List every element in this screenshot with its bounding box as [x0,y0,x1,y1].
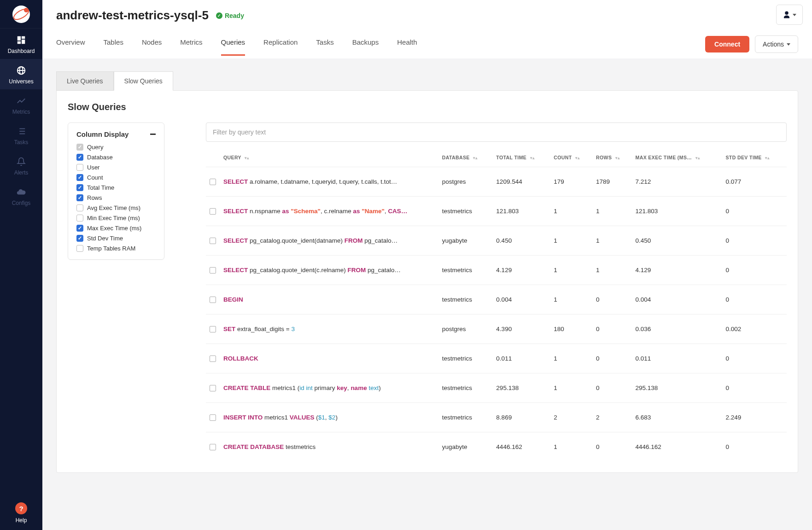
table-row[interactable]: ROLLBACKtestmetrics0.011100.0110 [206,344,787,373]
row-checkbox[interactable] [210,326,216,332]
checkbox[interactable] [76,164,83,171]
tab-health[interactable]: Health [397,38,417,56]
tab-overview[interactable]: Overview [56,38,85,56]
checkbox[interactable] [76,154,83,161]
caret-down-icon [787,43,790,46]
table-row[interactable]: SET extra_float_digits = 3postgres4.3901… [206,315,787,344]
nav-universes[interactable]: Universes [0,59,42,89]
total_time-cell: 4446.162 [492,432,550,462]
table-row[interactable]: SELECT a.rolname, t.datname, t.queryid, … [206,167,787,197]
bell-icon [16,157,26,167]
checkbox[interactable] [76,235,83,242]
nav-configs[interactable]: Configs [0,181,42,211]
column-header[interactable]: QUERY ▾▴ [220,150,438,167]
column-header[interactable]: STD DEV TIME ▾▴ [722,150,787,167]
column-header[interactable]: TOTAL TIME ▾▴ [492,150,550,167]
column-toggle[interactable]: Min Exec Time (ms) [76,215,156,221]
column-label: User [87,164,99,171]
row-checkbox[interactable] [210,238,216,244]
row-checkbox[interactable] [210,267,216,274]
column-toggle[interactable]: Temp Tables RAM [76,245,156,252]
table-row[interactable]: SELECT pg_catalog.quote_ident(datname) F… [206,226,787,256]
checkbox[interactable] [76,215,83,221]
status-badge: ✓ Ready [216,12,244,19]
checkbox[interactable] [76,204,83,211]
query-cell: BEGIN [220,285,438,315]
row-checkbox[interactable] [210,355,216,362]
collapse-icon[interactable] [150,134,156,135]
column-header[interactable]: ROWS ▾▴ [592,150,631,167]
count-cell: 2 [550,403,592,432]
table-row[interactable]: CREATE TABLE metrics1 (id int primary ke… [206,373,787,403]
nav-help[interactable]: ? Help [0,496,42,530]
dashboard-icon [16,35,26,45]
checkbox[interactable] [76,245,83,252]
column-header[interactable]: COUNT ▾▴ [550,150,592,167]
query-cell: CREATE DATABASE testmetrics [220,432,438,462]
checkbox[interactable] [76,174,83,181]
globe-icon [16,65,26,76]
subtab-live-queries[interactable]: Live Queries [56,71,114,91]
subtab-slow-queries[interactable]: Slow Queries [114,71,173,91]
column-header[interactable]: MAX EXEC TIME (MS… ▾▴ [632,150,722,167]
table-row[interactable]: BEGINtestmetrics0.004100.0040 [206,285,787,315]
nav-tasks[interactable]: Tasks [0,120,42,150]
column-toggle[interactable]: Avg Exec Time (ms) [76,204,156,211]
tab-backups[interactable]: Backups [352,38,379,56]
column-toggle[interactable]: User [76,164,156,171]
column-toggle[interactable]: Database [76,154,156,161]
column-toggle[interactable]: Rows [76,194,156,201]
checkbox[interactable] [76,184,83,191]
column-toggle[interactable]: Total Time [76,184,156,191]
table-row[interactable]: CREATE DATABASE testmetricsyugabyte4446.… [206,432,787,462]
column-toggle[interactable]: Query [76,144,156,151]
std_dev-cell: 0 [722,344,787,373]
actions-button[interactable]: Actions [755,35,798,53]
rows-cell: 1789 [592,167,631,197]
checkbox[interactable] [76,225,83,232]
user-menu[interactable] [776,5,803,25]
svg-point-2 [24,8,29,12]
std_dev-cell: 0 [722,197,787,226]
row-checkbox[interactable] [210,385,216,391]
nav-dashboard[interactable]: Dashboard [0,29,42,59]
column-toggle[interactable]: Std Dev Time [76,235,156,242]
logo[interactable] [0,0,42,29]
count-cell: 1 [550,432,592,462]
column-toggle[interactable]: Max Exec Time (ms) [76,225,156,232]
nav-metrics[interactable]: Metrics [0,89,42,120]
chart-icon [16,96,26,106]
checkbox[interactable] [76,194,83,201]
tab-replication[interactable]: Replication [263,38,298,56]
table-row[interactable]: INSERT INTO metrics1 VALUES ($1, $2)test… [206,403,787,432]
row-checkbox[interactable] [210,444,216,450]
tab-metrics[interactable]: Metrics [180,38,202,56]
row-checkbox[interactable] [210,208,216,215]
cloud-icon [16,187,26,197]
tab-nodes[interactable]: Nodes [142,38,162,56]
column-display-title: Column Display [76,130,129,138]
table-row[interactable]: SELECT pg_catalog.quote_ident(c.relname)… [206,256,787,285]
query-cell: SELECT n.nspname as "Schema", c.relname … [220,197,438,226]
sort-icon: ▾▴ [473,156,478,160]
tab-tasks[interactable]: Tasks [316,38,333,56]
query-cell: SELECT pg_catalog.quote_ident(datname) F… [220,226,438,256]
column-toggle[interactable]: Count [76,174,156,181]
row-checkbox[interactable] [210,297,216,303]
header: andrew-test-metrics-ysql-5 ✓ Ready Overv… [42,0,812,58]
total_time-cell: 121.803 [492,197,550,226]
row-checkbox[interactable] [210,414,216,421]
sort-icon: ▾▴ [765,156,770,160]
max_exec-cell: 121.803 [632,197,722,226]
row-checkbox[interactable] [210,179,216,185]
nav-label: Dashboard [8,48,35,54]
filter-input[interactable] [206,122,787,142]
sort-icon: ▾▴ [575,156,580,160]
sort-icon: ▾▴ [615,156,620,160]
table-row[interactable]: SELECT n.nspname as "Schema", c.relname … [206,197,787,226]
tab-queries[interactable]: Queries [221,38,245,56]
connect-button[interactable]: Connect [705,36,749,52]
column-header[interactable]: DATABASE ▾▴ [438,150,493,167]
nav-alerts[interactable]: Alerts [0,150,42,181]
tab-tables[interactable]: Tables [104,38,123,56]
